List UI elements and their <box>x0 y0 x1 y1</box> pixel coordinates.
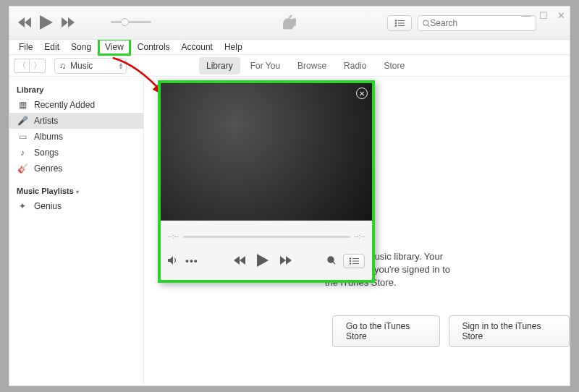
svg-point-0 <box>395 20 397 21</box>
next-button[interactable] <box>62 17 75 30</box>
chevron-down-icon: ▾ <box>76 189 79 195</box>
sidebar-item-label: Artists <box>34 116 58 126</box>
svg-point-14 <box>350 263 351 265</box>
sidebar-item-label: Songs <box>34 148 59 158</box>
menu-edit[interactable]: Edit <box>39 41 64 54</box>
sidebar-item-label: Genres <box>34 163 62 174</box>
sidebar-item-label: Recently Added <box>34 100 95 110</box>
sign-in-store-button[interactable]: Sign in to the iTunes Store <box>449 315 570 347</box>
svg-point-10 <box>350 258 351 260</box>
mini-next-button[interactable] <box>280 256 292 267</box>
menu-help[interactable]: Help <box>219 41 248 54</box>
sidebar-item-label: Albums <box>34 132 63 142</box>
chevron-updown-icon: ▴▾ <box>119 62 122 69</box>
menu-controls[interactable]: Controls <box>132 41 175 54</box>
close-button[interactable]: ✕ <box>557 11 565 20</box>
prev-button[interactable] <box>18 17 31 30</box>
svg-point-6 <box>423 20 428 25</box>
nav-forward-button[interactable]: 〉 <box>30 59 46 73</box>
album-icon: ▭ <box>17 132 28 142</box>
music-note-icon: ♫ <box>59 61 66 71</box>
genius-icon: ✦ <box>17 201 28 211</box>
menu-file[interactable]: File <box>14 41 38 54</box>
sidebar-item-albums[interactable]: ▭ Albums <box>9 129 143 145</box>
mini-prev-button[interactable] <box>234 256 245 267</box>
titlebar: — ☐ ✕ <box>9 7 570 40</box>
note-icon: ♪ <box>17 148 28 158</box>
svg-rect-15 <box>352 263 359 264</box>
media-selector[interactable]: ♫ Music ▴▾ <box>54 58 127 74</box>
sidebar-section-library: Library <box>9 82 143 97</box>
svg-point-12 <box>350 260 351 262</box>
tab-browse[interactable]: Browse <box>290 57 334 74</box>
play-button[interactable] <box>40 15 53 32</box>
media-selector-label: Music <box>70 61 93 71</box>
mini-player-close-button[interactable]: ✕ <box>356 88 368 99</box>
go-to-store-button[interactable]: Go to the iTunes Store <box>332 315 440 347</box>
svg-rect-11 <box>352 258 359 259</box>
svg-point-8 <box>328 257 334 263</box>
sidebar-section-playlists: Music Playlists ▾ <box>9 184 143 198</box>
apple-logo-icon <box>283 14 296 31</box>
svg-rect-3 <box>398 23 405 24</box>
tab-radio[interactable]: Radio <box>337 57 373 74</box>
svg-rect-13 <box>352 261 359 262</box>
sidebar: Library ▦ Recently Added 🎤 Artists ▭ Alb… <box>9 77 144 385</box>
sidebar-item-artists[interactable]: 🎤 Artists <box>9 113 143 129</box>
svg-point-2 <box>395 22 397 24</box>
search-icon <box>423 20 430 27</box>
mini-player: ✕ --:-- --:-- ••• <box>158 80 375 283</box>
search-input[interactable] <box>418 15 536 31</box>
sidebar-item-genius[interactable]: ✦ Genius <box>9 198 143 214</box>
svg-point-4 <box>395 25 397 26</box>
maximize-button[interactable]: ☐ <box>539 11 548 20</box>
itunes-window: — ☐ ✕ File Edit Song View Controls Accou… <box>9 6 570 386</box>
mini-search-icon[interactable] <box>327 256 336 267</box>
sidebar-item-songs[interactable]: ♪ Songs <box>9 145 143 161</box>
menubar: File Edit Song View Controls Account Hel… <box>9 40 570 54</box>
mic-icon: 🎤 <box>17 116 28 126</box>
sidebar-item-genres[interactable]: 🎸 Genres <box>9 161 143 176</box>
sidebar-item-label: Genius <box>34 201 62 211</box>
time-remaining: --:-- <box>355 233 365 240</box>
sidebar-item-recently-added[interactable]: ▦ Recently Added <box>9 97 143 113</box>
guitar-icon: 🎸 <box>17 163 28 174</box>
menu-view[interactable]: View <box>98 38 131 56</box>
mini-player-art: ✕ <box>161 83 372 221</box>
menu-account[interactable]: Account <box>177 41 218 54</box>
tab-store[interactable]: Store <box>376 57 412 74</box>
mini-player-progress[interactable]: --:-- --:-- <box>168 233 365 240</box>
svg-line-7 <box>428 25 430 27</box>
minimize-button[interactable]: — <box>522 11 531 20</box>
svg-rect-1 <box>398 20 405 21</box>
calendar-icon: ▦ <box>17 100 28 110</box>
mini-up-next-button[interactable] <box>343 254 365 268</box>
menu-song[interactable]: Song <box>66 41 96 54</box>
svg-line-9 <box>333 262 335 264</box>
mini-volume-icon[interactable] <box>168 256 178 267</box>
volume-slider[interactable] <box>111 21 151 23</box>
list-view-button[interactable] <box>387 15 412 31</box>
mini-more-icon[interactable]: ••• <box>185 255 198 267</box>
tab-for-you[interactable]: For You <box>243 57 287 74</box>
tab-library[interactable]: Library <box>199 57 240 74</box>
tabs-row: 〈 〉 ♫ Music ▴▾ Library For You Browse Ra… <box>9 55 570 77</box>
nav-back-button[interactable]: 〈 <box>14 59 30 73</box>
svg-rect-5 <box>398 25 405 26</box>
mini-play-button[interactable] <box>257 254 269 269</box>
time-elapsed: --:-- <box>168 233 179 240</box>
